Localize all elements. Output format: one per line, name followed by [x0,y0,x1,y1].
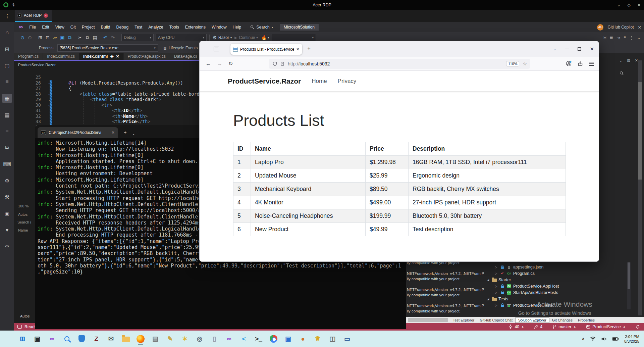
tree-item-productservice.apphost[interactable]: ▷C#ProductService.AppHost [485,283,632,289]
new-file-icon[interactable]: ⊡ [44,35,51,40]
firefox-icon[interactable] [136,334,146,344]
editor-tab-index.cshtml[interactable]: Index.cshtml✚✕ [79,53,123,60]
share-icon[interactable] [578,61,583,66]
menu-edit[interactable]: Edit [39,22,52,32]
menu-debug[interactable]: Debug [113,22,131,32]
expander-icon[interactable]: ▷ [494,304,498,307]
indent-icon[interactable]: ⇥ [616,35,620,40]
menu-build[interactable]: Build [98,22,113,32]
tray-clock[interactable]: 2:04 PM 8/3/2025 [624,334,639,344]
status-pending-edits[interactable]: 4 [534,325,542,329]
firefox-view-icon[interactable] [214,47,219,51]
menu-project[interactable]: Project [79,22,98,32]
chrome-icon[interactable] [268,334,278,344]
volume-muted-icon[interactable] [601,337,607,341]
github-copilot-label[interactable]: GitHub Copilot [607,25,634,30]
editor-tab-datapage.cs[interactable]: DataPage.cs [170,53,201,60]
trophy-icon[interactable]: ♕ [313,334,323,344]
wifi-icon[interactable] [590,337,596,341]
terminal-tab[interactable]: C:\ C:\Project\Test2\ProductServi ✕ [38,127,118,138]
save-icon[interactable]: ▣ [59,35,66,40]
expander-icon[interactable]: ▷ [494,285,498,288]
fold-icon[interactable]: ⌄ [41,97,58,102]
open-folder-icon[interactable]: ▱ [51,35,59,40]
site-brand[interactable]: ProductService.Razor [228,77,301,85]
keyboard-icon[interactable]: ⌨ [2,160,12,168]
account-icon[interactable] [566,61,572,66]
menu-test[interactable]: Test [131,22,145,32]
continue-play-icon[interactable]: ▶ [234,36,237,40]
windows-icon[interactable]: ⧉ [2,143,12,152]
dock-close-icon[interactable]: ✕ [635,58,638,63]
link-icon[interactable]: ∞ [2,242,12,251]
notes-icon[interactable]: ▤ [150,334,160,344]
new-project-icon[interactable]: ⊞ [37,35,44,40]
undo-icon[interactable]: ↶ [102,35,109,40]
tool-tab-properties[interactable]: Properties [575,318,597,323]
search-icon[interactable] [62,334,72,344]
error-item[interactable]: NETFramework,Version=v4.7.2, .NETFram Pl… [407,271,485,282]
overflow-menu-icon[interactable]: ⋮ [0,13,15,19]
nav-link-home[interactable]: Home [312,78,327,85]
tool-tab-git-changes[interactable]: Git Changes [549,318,575,323]
tree-item-appsettings.json[interactable]: ▷{}appsettings.json [485,264,632,270]
expander-icon[interactable]: ▷ [494,291,498,294]
chevron-down-icon[interactable]: ▾ [2,226,12,234]
browser-maximize-icon[interactable] [578,47,581,51]
reload-icon[interactable]: ↻ [228,60,233,67]
autos-panel-label[interactable]: Autos [18,212,28,216]
menu-hamburger-icon[interactable] [589,63,594,64]
close-icon[interactable]: ✕ [634,0,644,10]
save-all-icon[interactable]: ⧉ [66,35,73,41]
menu-extensions[interactable]: Extensions [182,22,209,32]
menu-lines-icon[interactable]: ≡ [2,127,12,136]
empty-dropdown[interactable]: ▾ [272,34,316,41]
fold-icon[interactable]: ⌄ [41,91,58,97]
mail-icon[interactable]: ✉ [106,334,116,344]
editor-tab-program.cs[interactable]: Program.cs [14,53,43,60]
notifications-bell-icon[interactable] [636,325,640,329]
shield-icon[interactable] [273,61,277,66]
razor-label[interactable]: Razor [218,35,229,40]
settings-gear-icon[interactable]: ⚙ [2,176,12,185]
record-icon[interactable]: ◉ [2,209,12,218]
menu-git[interactable]: Git [67,22,79,32]
people-icon[interactable]: ◫ [327,334,337,344]
grid-icon[interactable]: ▤ [2,110,12,119]
tools-icon[interactable]: ⚒ [2,193,12,201]
platform-dropdown[interactable]: Any CPU▾ [156,34,207,41]
navigate-back-icon[interactable]: ⊙ [19,35,26,40]
browser-close-icon[interactable]: ✕ [590,46,594,52]
restore-icon[interactable]: ◇ [624,0,634,10]
expander-icon[interactable]: ◢ [486,278,490,282]
pen-icon[interactable]: ✎ [165,334,175,344]
tool-tab-test-explorer[interactable]: Test Explorer [450,318,477,323]
terminal-dropdown-icon[interactable]: ⌄ [132,132,135,136]
editor-zoom-level[interactable]: 100 % [18,204,29,208]
forward-icon[interactable]: → [217,61,222,67]
menu-view[interactable]: View [52,22,67,32]
solution-badge[interactable]: MicrosoftSolution [280,24,319,31]
zoom-level-badge[interactable]: 110% [506,61,519,66]
dock-pin-icon[interactable]: ⊡ [627,58,630,63]
menu-analyze[interactable]: Analyze [145,22,166,32]
document-icon[interactable]: ▯ [209,334,219,344]
tool-tab-solution-explorer[interactable]: Solution Explorer [515,317,549,323]
tree-item-startapiandblazorhosts[interactable]: ▷C#StartApiAndBlazorHosts [485,289,632,296]
home-icon[interactable]: ⌂ [2,28,12,37]
status-commits[interactable]: 40▲ [508,325,524,329]
candy-icon[interactable]: ● [298,334,308,344]
menu-file[interactable]: File [26,22,39,32]
start-button[interactable]: ⊞ [17,334,28,344]
menu-help[interactable]: Help [229,22,244,32]
new-tab-icon[interactable]: ＋ [306,45,312,52]
fullscreen-icon[interactable]: ▢ [2,61,12,70]
dock-chevron-icon[interactable]: ⌄ [619,58,622,63]
autos-search-label[interactable]: Search ( [17,220,32,224]
terminal-icon[interactable]: >_ [254,334,264,344]
visual-studio-2-icon[interactable]: ∞ [224,334,234,344]
editor-tab-index.cshtml.cs[interactable]: Index.cshtml.cs [43,53,79,60]
fold-icon[interactable]: ⌄ [41,80,58,86]
tab-close-icon[interactable]: ✕ [116,54,119,59]
bookmark-star-icon[interactable]: ☆ [523,61,527,66]
